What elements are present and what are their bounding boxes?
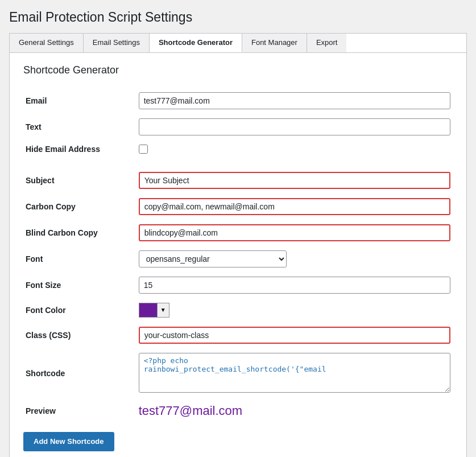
font-select[interactable]: opensans_regular opensans_bold arial <box>139 250 287 267</box>
font-color-row: Font Color ▼ <box>23 298 453 322</box>
font-row: Font opensans_regular opensans_bold aria… <box>23 246 453 272</box>
preview-label: Preview <box>23 399 136 423</box>
text-label: Text <box>23 114 136 140</box>
tab-bar: General Settings Email Settings Shortcod… <box>9 33 467 53</box>
email-input[interactable] <box>139 92 450 109</box>
hide-email-checkbox-wrapper <box>139 145 450 154</box>
blind-carbon-copy-input[interactable] <box>139 224 450 241</box>
carbon-copy-row: Carbon Copy <box>23 193 453 220</box>
subject-label: Subject <box>23 167 136 193</box>
tab-email-settings[interactable]: Email Settings <box>84 34 150 52</box>
email-label: Email <box>23 88 136 114</box>
tab-general-settings[interactable]: General Settings <box>10 34 84 52</box>
tab-export[interactable]: Export <box>307 34 347 52</box>
font-size-row: Font Size <box>23 272 453 298</box>
font-color-picker: ▼ <box>139 303 450 318</box>
carbon-copy-label: Carbon Copy <box>23 193 136 220</box>
preview-row: Preview test777@mail.com <box>23 399 453 423</box>
hide-email-checkbox[interactable] <box>139 145 148 154</box>
class-label: Class (CSS) <box>23 322 136 348</box>
tab-font-manager[interactable]: Font Manager <box>242 34 307 52</box>
add-new-shortcode-button[interactable]: Add New Shortcode <box>23 432 114 451</box>
class-row: Class (CSS) <box>23 322 453 348</box>
text-row: Text <box>23 114 453 140</box>
preview-value: test777@mail.com <box>139 404 243 418</box>
form-table: Email Text Hide Email Address <box>23 88 453 423</box>
spacer-row <box>23 158 453 167</box>
text-input[interactable] <box>139 118 450 135</box>
hide-email-label: Hide Email Address <box>23 140 136 158</box>
color-swatch[interactable] <box>139 303 157 318</box>
carbon-copy-input[interactable] <box>139 198 450 215</box>
subject-row: Subject <box>23 167 453 193</box>
class-input[interactable] <box>139 327 450 344</box>
blind-carbon-copy-label: Blind Carbon Copy <box>23 220 136 246</box>
hide-email-row: Hide Email Address <box>23 140 453 158</box>
font-color-label: Font Color <box>23 298 136 322</box>
color-dropdown-button[interactable]: ▼ <box>157 303 169 318</box>
font-label: Font <box>23 246 136 272</box>
chevron-down-icon: ▼ <box>160 307 166 313</box>
page-title: Email Protection Script Settings <box>9 9 467 26</box>
tab-shortcode-generator[interactable]: Shortcode Generator <box>150 34 242 52</box>
shortcode-textarea[interactable]: <?php echo rainbowi_protect_email_shortc… <box>139 353 450 393</box>
subject-input[interactable] <box>139 172 450 189</box>
content-area: Shortcode Generator Email Text Hide Emai… <box>9 53 467 457</box>
section-title: Shortcode Generator <box>23 64 453 76</box>
shortcode-label: Shortcode <box>23 348 136 399</box>
email-row: Email <box>23 88 453 114</box>
font-size-input[interactable] <box>139 277 450 294</box>
font-size-label: Font Size <box>23 272 136 298</box>
shortcode-row: Shortcode <?php echo rainbowi_protect_em… <box>23 348 453 399</box>
blind-carbon-copy-row: Blind Carbon Copy <box>23 220 453 246</box>
